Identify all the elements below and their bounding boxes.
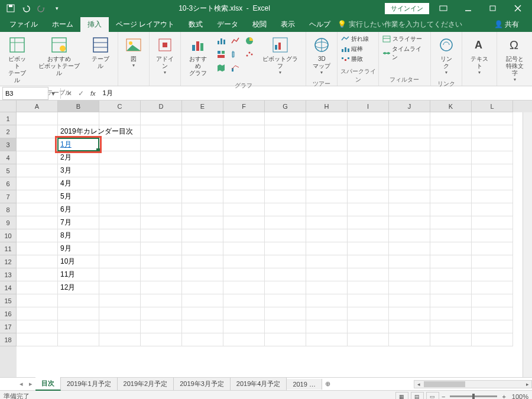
cell-b5[interactable]: 3月	[58, 164, 99, 177]
cell-b10[interactable]: 8月	[58, 229, 99, 242]
sheet-tab[interactable]: 2019年2月予定	[118, 378, 174, 390]
tab-nav-next-icon[interactable]: ▸	[26, 380, 35, 388]
formula-input[interactable]: 1月	[99, 89, 532, 98]
row-header[interactable]: 13	[0, 268, 17, 281]
tab-data[interactable]: データ	[210, 17, 245, 32]
fx-icon[interactable]: fx	[87, 90, 99, 97]
pivot-table-button[interactable]: ピボット テーブル	[4, 34, 31, 85]
sparkline-winloss-button[interactable]: 勝敗	[341, 54, 369, 64]
cancel-formula-icon[interactable]: ✕	[63, 87, 75, 99]
cell-b8[interactable]: 6月	[58, 203, 99, 216]
zoom-slider[interactable]	[450, 395, 497, 397]
scatter-chart-icon[interactable]	[243, 48, 256, 61]
cell-b11[interactable]: 9月	[58, 242, 99, 255]
cell-b9[interactable]: 7月	[58, 216, 99, 229]
row-header[interactable]: 15	[0, 294, 17, 307]
sheet-tab[interactable]: 2019年3月予定	[174, 378, 231, 390]
select-all-button[interactable]	[0, 100, 17, 112]
row-header[interactable]: 8	[0, 203, 17, 216]
combo-chart-icon[interactable]	[229, 61, 242, 74]
row-header[interactable]: 2	[0, 125, 17, 138]
share-button[interactable]: 👤 共有	[487, 17, 526, 32]
line-chart-icon[interactable]	[229, 34, 242, 47]
row-header[interactable]: 18	[0, 333, 17, 346]
name-box[interactable]: B3	[2, 87, 48, 100]
scroll-right-icon[interactable]: ▸	[523, 381, 531, 387]
hierarchy-chart-icon[interactable]	[215, 48, 228, 61]
3d-map-button[interactable]: 3D マップ ▾	[310, 34, 333, 76]
redo-icon[interactable]	[34, 1, 48, 15]
tell-me-search[interactable]: 💡 実行したい作業を入力してください	[338, 20, 462, 30]
tab-formulas[interactable]: 数式	[181, 17, 210, 32]
map-chart-icon[interactable]	[215, 61, 228, 74]
row-header[interactable]: 16	[0, 307, 17, 320]
column-header[interactable]: D	[141, 100, 182, 112]
column-header[interactable]: H	[306, 100, 348, 112]
pie-chart-icon[interactable]	[243, 34, 256, 47]
cell-b3[interactable]: 1月	[58, 138, 99, 151]
timeline-button[interactable]: タイムライン	[382, 44, 427, 62]
row-header[interactable]: 11	[0, 242, 17, 255]
row-header[interactable]: 7	[0, 190, 17, 203]
addins-button[interactable]: アドイ ン ▾	[153, 34, 177, 76]
minimize-icon[interactable]	[458, 0, 479, 17]
tab-review[interactable]: 校閲	[245, 17, 274, 32]
statistic-chart-icon[interactable]	[229, 48, 242, 61]
recommended-pivot-button[interactable]: おすすめ ピボットテーブル	[34, 34, 85, 78]
tab-home[interactable]: ホーム	[45, 17, 80, 32]
add-sheet-icon[interactable]: ⊕	[322, 380, 334, 388]
sheet-tab[interactable]: 2019 …	[287, 379, 322, 390]
cell-b6[interactable]: 4月	[58, 177, 99, 190]
column-header[interactable]: J	[389, 100, 430, 112]
row-header[interactable]: 12	[0, 255, 17, 268]
zoom-in-icon[interactable]: +	[502, 393, 505, 400]
row-header[interactable]: 17	[0, 320, 17, 333]
tab-pagelayout[interactable]: ページ レイアウト	[109, 17, 181, 32]
column-header[interactable]: E	[182, 100, 223, 112]
text-button[interactable]: A テキスト ▾	[466, 34, 494, 76]
horizontal-scrollbar[interactable]: ◂ ▸	[414, 380, 532, 388]
row-header[interactable]: 3	[0, 138, 17, 151]
row-header[interactable]: 5	[0, 164, 17, 177]
column-header[interactable]: K	[430, 100, 472, 112]
pictures-button[interactable]: 図 ▾	[122, 34, 145, 69]
zoom-out-icon[interactable]: −	[442, 393, 445, 400]
recommended-charts-button[interactable]: おすすめ グラフ	[184, 34, 212, 78]
row-header[interactable]: 6	[0, 177, 17, 190]
tab-file[interactable]: ファイル	[2, 17, 45, 32]
view-pagelayout-icon[interactable]: ▤	[411, 392, 424, 400]
vertical-scrollbar[interactable]	[523, 112, 532, 377]
row-header[interactable]: 4	[0, 151, 17, 164]
scroll-thumb[interactable]	[424, 381, 465, 387]
row-header[interactable]: 9	[0, 216, 17, 229]
link-button[interactable]: リン ク ▾	[434, 34, 458, 76]
sparkline-column-button[interactable]: 縦棒	[341, 44, 369, 54]
column-header[interactable]: A	[17, 100, 58, 112]
cell-b4[interactable]: 2月	[58, 151, 99, 164]
column-header[interactable]: B	[58, 100, 99, 112]
signin-button[interactable]: サインイン	[385, 3, 429, 14]
sheet-tab-active[interactable]: 目次	[35, 377, 61, 391]
maximize-icon[interactable]	[482, 0, 504, 17]
qat-customize-icon[interactable]: ▾	[50, 1, 64, 15]
name-box-dropdown-icon[interactable]: ▾	[48, 89, 58, 98]
cell-b2[interactable]: 2019年カレンダー目次	[58, 125, 99, 138]
scroll-left-icon[interactable]: ◂	[414, 381, 423, 387]
column-header[interactable]: I	[348, 100, 389, 112]
cell-b7[interactable]: 5月	[58, 190, 99, 203]
sparkline-line-button[interactable]: 折れ線	[341, 34, 369, 44]
cell-b12[interactable]: 10月	[58, 255, 99, 268]
column-header[interactable]: F	[223, 100, 265, 112]
slicer-button[interactable]: スライサー	[382, 34, 427, 44]
column-header[interactable]: C	[99, 100, 141, 112]
tab-view[interactable]: 表示	[274, 17, 302, 32]
undo-icon[interactable]	[19, 1, 33, 15]
row-header[interactable]: 10	[0, 229, 17, 242]
cell-b13[interactable]: 11月	[58, 268, 99, 281]
column-chart-icon[interactable]	[215, 34, 228, 47]
save-icon[interactable]	[4, 1, 18, 15]
view-normal-icon[interactable]: ▦	[395, 392, 408, 400]
view-pagebreak-icon[interactable]: ▭	[426, 392, 439, 400]
cells-area[interactable]: 2019年カレンダー目次 1月 2月 3月 4月 5月 6月 7月 8月 9月 …	[17, 112, 523, 377]
sheet-tab[interactable]: 2019年4月予定	[231, 378, 287, 390]
